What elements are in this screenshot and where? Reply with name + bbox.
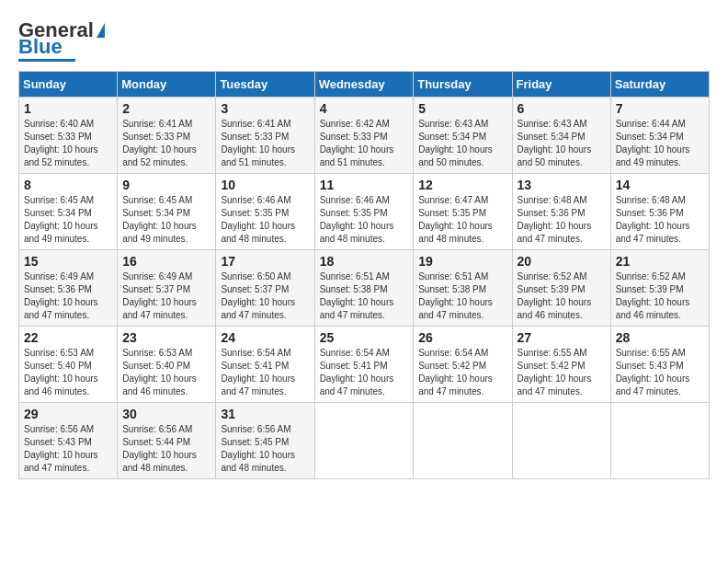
calendar-cell <box>414 402 512 478</box>
calendar-cell: 28Sunrise: 6:55 AMSunset: 5:43 PMDayligh… <box>610 326 709 402</box>
calendar-cell: 21Sunrise: 6:52 AMSunset: 5:39 PMDayligh… <box>610 249 709 326</box>
calendar-cell: 6Sunrise: 6:43 AMSunset: 5:34 PMDaylight… <box>512 97 610 173</box>
day-number: 9 <box>122 178 210 192</box>
calendar-cell: 15Sunrise: 6:49 AMSunset: 5:36 PMDayligh… <box>19 249 118 326</box>
calendar-cell: 2Sunrise: 6:41 AMSunset: 5:33 PMDaylight… <box>118 97 216 173</box>
calendar-cell: 22Sunrise: 6:53 AMSunset: 5:40 PMDayligh… <box>19 326 118 402</box>
day-info: Sunrise: 6:54 AMSunset: 5:41 PMDaylight:… <box>221 347 309 398</box>
day-info: Sunrise: 6:43 AMSunset: 5:34 PMDaylight:… <box>518 118 606 169</box>
day-number: 23 <box>122 330 210 345</box>
day-info: Sunrise: 6:55 AMSunset: 5:43 PMDaylight:… <box>616 347 704 398</box>
day-info: Sunrise: 6:52 AMSunset: 5:39 PMDaylight:… <box>518 270 606 322</box>
day-info: Sunrise: 6:43 AMSunset: 5:34 PMDaylight:… <box>418 118 506 169</box>
day-number: 22 <box>24 330 112 345</box>
day-number: 26 <box>418 330 506 345</box>
day-number: 11 <box>320 178 409 192</box>
day-info: Sunrise: 6:42 AMSunset: 5:33 PMDaylight:… <box>320 118 409 169</box>
calendar-cell: 14Sunrise: 6:48 AMSunset: 5:36 PMDayligh… <box>610 173 709 249</box>
weekday-header-wednesday: Wednesday <box>314 71 414 97</box>
logo-triangle-icon <box>97 23 105 38</box>
weekday-header-thursday: Thursday <box>414 71 512 97</box>
day-info: Sunrise: 6:46 AMSunset: 5:35 PMDaylight:… <box>320 194 409 246</box>
calendar-table: SundayMondayTuesdayWednesdayThursdayFrid… <box>18 71 710 479</box>
day-number: 28 <box>616 330 704 345</box>
day-number: 12 <box>418 178 506 192</box>
day-info: Sunrise: 6:46 AMSunset: 5:35 PMDaylight:… <box>221 194 309 246</box>
day-number: 13 <box>518 178 606 192</box>
day-number: 20 <box>518 254 606 269</box>
day-info: Sunrise: 6:52 AMSunset: 5:39 PMDaylight:… <box>616 270 704 322</box>
logo: General Blue <box>18 18 105 62</box>
day-number: 25 <box>320 330 409 345</box>
calendar-cell <box>610 402 709 478</box>
day-info: Sunrise: 6:56 AMSunset: 5:44 PMDaylight:… <box>122 423 210 475</box>
calendar-cell: 1Sunrise: 6:40 AMSunset: 5:33 PMDaylight… <box>19 97 118 173</box>
calendar-cell: 26Sunrise: 6:54 AMSunset: 5:42 PMDayligh… <box>414 326 512 402</box>
day-number: 15 <box>24 254 112 269</box>
calendar-cell: 16Sunrise: 6:49 AMSunset: 5:37 PMDayligh… <box>118 249 216 326</box>
weekday-header-monday: Monday <box>118 71 216 97</box>
day-number: 16 <box>122 254 210 269</box>
calendar-cell: 13Sunrise: 6:48 AMSunset: 5:36 PMDayligh… <box>512 173 610 249</box>
logo-blue: Blue <box>18 39 63 55</box>
day-info: Sunrise: 6:45 AMSunset: 5:34 PMDaylight:… <box>122 194 210 246</box>
day-number: 10 <box>221 178 309 192</box>
calendar-cell: 30Sunrise: 6:56 AMSunset: 5:44 PMDayligh… <box>118 402 216 478</box>
day-number: 18 <box>320 254 409 269</box>
weekday-header-saturday: Saturday <box>610 71 709 97</box>
day-info: Sunrise: 6:47 AMSunset: 5:35 PMDaylight:… <box>418 194 506 246</box>
day-info: Sunrise: 6:48 AMSunset: 5:36 PMDaylight:… <box>518 194 606 246</box>
calendar-cell: 27Sunrise: 6:55 AMSunset: 5:42 PMDayligh… <box>512 326 610 402</box>
calendar-cell: 4Sunrise: 6:42 AMSunset: 5:33 PMDaylight… <box>314 97 414 173</box>
day-number: 8 <box>24 178 112 192</box>
calendar-cell <box>512 402 610 478</box>
calendar-cell: 17Sunrise: 6:50 AMSunset: 5:37 PMDayligh… <box>216 249 314 326</box>
page-header: General Blue <box>18 18 710 62</box>
day-info: Sunrise: 6:53 AMSunset: 5:40 PMDaylight:… <box>122 347 210 398</box>
weekday-header-friday: Friday <box>512 71 610 97</box>
day-number: 30 <box>122 407 210 421</box>
calendar-cell: 20Sunrise: 6:52 AMSunset: 5:39 PMDayligh… <box>512 249 610 326</box>
day-number: 17 <box>221 254 309 269</box>
calendar-cell: 11Sunrise: 6:46 AMSunset: 5:35 PMDayligh… <box>314 173 414 249</box>
day-info: Sunrise: 6:41 AMSunset: 5:33 PMDaylight:… <box>122 118 210 169</box>
day-number: 27 <box>518 330 606 345</box>
day-info: Sunrise: 6:48 AMSunset: 5:36 PMDaylight:… <box>616 194 704 246</box>
day-info: Sunrise: 6:45 AMSunset: 5:34 PMDaylight:… <box>24 194 112 246</box>
calendar-cell: 9Sunrise: 6:45 AMSunset: 5:34 PMDaylight… <box>118 173 216 249</box>
calendar-cell: 29Sunrise: 6:56 AMSunset: 5:43 PMDayligh… <box>19 402 118 478</box>
day-info: Sunrise: 6:40 AMSunset: 5:33 PMDaylight:… <box>24 118 112 169</box>
day-info: Sunrise: 6:55 AMSunset: 5:42 PMDaylight:… <box>518 347 606 398</box>
calendar-cell: 10Sunrise: 6:46 AMSunset: 5:35 PMDayligh… <box>216 173 314 249</box>
calendar-cell <box>314 402 414 478</box>
day-number: 3 <box>221 101 309 116</box>
calendar-cell: 24Sunrise: 6:54 AMSunset: 5:41 PMDayligh… <box>216 326 314 402</box>
day-info: Sunrise: 6:56 AMSunset: 5:45 PMDaylight:… <box>221 423 309 475</box>
calendar-cell: 5Sunrise: 6:43 AMSunset: 5:34 PMDaylight… <box>414 97 512 173</box>
day-info: Sunrise: 6:49 AMSunset: 5:37 PMDaylight:… <box>122 270 210 322</box>
calendar-cell: 8Sunrise: 6:45 AMSunset: 5:34 PMDaylight… <box>19 173 118 249</box>
day-info: Sunrise: 6:49 AMSunset: 5:36 PMDaylight:… <box>24 270 112 322</box>
day-info: Sunrise: 6:51 AMSunset: 5:38 PMDaylight:… <box>320 270 409 322</box>
weekday-header-sunday: Sunday <box>19 71 118 97</box>
weekday-header-tuesday: Tuesday <box>216 71 314 97</box>
day-info: Sunrise: 6:51 AMSunset: 5:38 PMDaylight:… <box>418 270 506 322</box>
calendar-cell: 3Sunrise: 6:41 AMSunset: 5:33 PMDaylight… <box>216 97 314 173</box>
day-number: 4 <box>320 101 409 116</box>
day-number: 19 <box>418 254 506 269</box>
day-number: 5 <box>418 101 506 116</box>
day-number: 2 <box>122 101 210 116</box>
day-number: 7 <box>616 101 704 116</box>
day-number: 24 <box>221 330 309 345</box>
calendar-cell: 23Sunrise: 6:53 AMSunset: 5:40 PMDayligh… <box>118 326 216 402</box>
calendar-cell: 18Sunrise: 6:51 AMSunset: 5:38 PMDayligh… <box>314 249 414 326</box>
logo-underline <box>18 59 75 62</box>
day-info: Sunrise: 6:54 AMSunset: 5:41 PMDaylight:… <box>320 347 409 398</box>
day-number: 31 <box>221 407 309 421</box>
day-number: 14 <box>616 178 704 192</box>
calendar-cell: 7Sunrise: 6:44 AMSunset: 5:34 PMDaylight… <box>610 97 709 173</box>
calendar-cell: 12Sunrise: 6:47 AMSunset: 5:35 PMDayligh… <box>414 173 512 249</box>
day-info: Sunrise: 6:50 AMSunset: 5:37 PMDaylight:… <box>221 270 309 322</box>
day-info: Sunrise: 6:54 AMSunset: 5:42 PMDaylight:… <box>418 347 506 398</box>
day-info: Sunrise: 6:44 AMSunset: 5:34 PMDaylight:… <box>616 118 704 169</box>
